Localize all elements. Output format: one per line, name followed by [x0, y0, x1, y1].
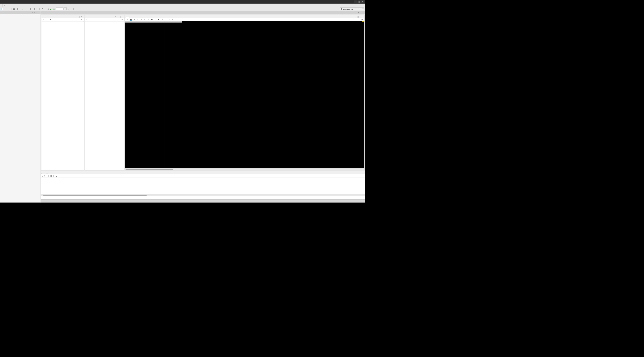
zoom-out-icon[interactable]: ⊖: [136, 18, 139, 21]
minimize-icon[interactable]: —: [117, 16, 118, 18]
prev-marker-icon[interactable]: |←: [164, 18, 167, 21]
search-icon[interactable]: [42, 175, 43, 177]
collapse-icon[interactable]: ≡: [32, 12, 33, 13]
redo-icon[interactable]: →: [8, 7, 11, 10]
quick-access-input[interactable]: [5, 4, 28, 6]
zoom-cursor-icon[interactable]: ⤡: [143, 18, 146, 21]
run-for-unit[interactable]: [64, 7, 67, 10]
save-icon[interactable]: 💾: [130, 18, 132, 21]
col-name[interactable]: [42, 21, 53, 22]
tcl-command-input[interactable]: [41, 196, 365, 199]
maximize-button[interactable]: ▢: [358, 0, 360, 3]
titlebar: — ▢ ✕: [0, 0, 365, 4]
help-icon[interactable]: ?: [115, 16, 116, 18]
help-icon[interactable]: ?: [42, 172, 42, 174]
wave-name-header: [125, 21, 165, 23]
close-button[interactable]: ✕: [361, 0, 364, 3]
wave-h-scrollbar[interactable]: [125, 168, 364, 170]
zoom-fit-icon[interactable]: ⤢: [140, 18, 142, 21]
step-icon[interactable]: ⇥: [67, 7, 70, 10]
console-h-scrollbar[interactable]: [41, 194, 365, 196]
relaunch-icon[interactable]: [72, 7, 75, 10]
tcl-console-panel: ? — ▢ ✕ ⇳ ▾ ▦ ▤ 🗑: [41, 171, 365, 199]
collapse-all-icon[interactable]: ⇳: [46, 18, 48, 21]
scope-panel: — ▢ ✕ ⇳ ▾ ⚙: [42, 15, 84, 170]
layout-select[interactable]: ☰ Default Layout: [340, 7, 364, 10]
help-icon[interactable]: ?: [356, 16, 356, 18]
minimize-icon[interactable]: —: [43, 172, 44, 174]
copy-icon[interactable]: ▦: [12, 7, 16, 10]
maximize-icon[interactable]: ▢: [120, 16, 121, 18]
simulation-header: ? — ✕: [41, 11, 365, 14]
clear-icon[interactable]: ▦: [50, 175, 52, 177]
gear-icon[interactable]: ⚙: [361, 18, 364, 21]
pause-icon[interactable]: [48, 175, 49, 177]
run-for-value[interactable]: [56, 7, 63, 10]
restart-icon[interactable]: [46, 7, 49, 10]
main-toolbar: 📄 ← → ▦ ▤ ▾ ⚙ Σ ✕ ✎ ⇥ ☰ Default L: [0, 7, 365, 11]
close-icon[interactable]: ✕: [46, 172, 48, 174]
menubar: ⌕: [0, 4, 365, 7]
close-icon[interactable]: ✕: [362, 16, 363, 18]
run-icon[interactable]: [21, 7, 24, 10]
gear-icon[interactable]: ⚙: [121, 18, 123, 21]
run-step-icon[interactable]: [53, 7, 56, 10]
gear-icon[interactable]: ⚙: [80, 18, 82, 21]
maximize-icon[interactable]: ▢: [79, 16, 80, 18]
minimize-icon[interactable]: —: [360, 16, 361, 18]
flow-navigator: ≡ ⇅ ? —: [0, 11, 41, 202]
go-start-icon[interactable]: [147, 18, 150, 21]
prev-trans-icon[interactable]: ↤: [154, 18, 156, 21]
run-all-icon[interactable]: [50, 7, 52, 10]
waveform-chart[interactable]: [182, 21, 364, 168]
zoom-in-icon[interactable]: ⊕: [133, 18, 136, 21]
search-icon[interactable]: [126, 18, 129, 21]
hide-icon[interactable]: —: [38, 12, 40, 13]
next-marker-icon[interactable]: →|: [168, 18, 171, 21]
search-icon[interactable]: [42, 18, 45, 21]
col-design[interactable]: [53, 21, 64, 22]
trash-icon[interactable]: 🗑: [56, 175, 57, 177]
col-type[interactable]: [106, 21, 124, 22]
maximize-icon[interactable]: ▢: [45, 172, 46, 174]
close-panel-icon[interactable]: ✕: [362, 11, 364, 13]
close-icon[interactable]: ✕: [122, 16, 123, 18]
add-marker-icon[interactable]: +|: [161, 18, 164, 21]
undo-icon[interactable]: ←: [4, 7, 7, 10]
statusbar: [41, 199, 365, 202]
col-value[interactable]: [96, 21, 106, 22]
pin-icon[interactable]: ⇅: [34, 12, 35, 13]
filter-icon[interactable]: ▾: [46, 175, 47, 177]
maximize-icon[interactable]: ▢: [358, 16, 359, 18]
minimize-panel-icon[interactable]: —: [360, 11, 362, 13]
dropdown-run-icon[interactable]: ▾: [24, 7, 28, 10]
minimize-button[interactable]: —: [354, 0, 357, 3]
tab-waveform[interactable]: [126, 17, 129, 18]
col-name[interactable]: [85, 21, 96, 22]
next-trans-icon[interactable]: ↦: [157, 18, 160, 21]
waveform-panel: ? ▢ — ✕ 💾 ⊕ ⊖ ⤢ ⤡: [125, 15, 364, 170]
minimize-icon[interactable]: —: [77, 16, 78, 18]
help-icon[interactable]: ?: [358, 11, 359, 13]
objects-panel: ? — ▢ ✕ ⚙: [84, 15, 124, 170]
filter-icon[interactable]: ▾: [49, 18, 52, 21]
wave-value-header: [165, 21, 182, 23]
edit-icon[interactable]: ✎: [41, 7, 44, 10]
col-block[interactable]: [64, 21, 84, 22]
save-icon[interactable]: 📄: [1, 7, 4, 10]
time-badge: [362, 21, 364, 22]
go-end-icon[interactable]: [150, 18, 153, 21]
close-icon[interactable]: ✕: [81, 16, 82, 18]
paste-icon[interactable]: ▤: [16, 7, 19, 10]
sigma-icon[interactable]: Σ: [33, 7, 36, 10]
cancel-icon[interactable]: ✕: [38, 7, 41, 10]
toggle-icon[interactable]: ▤: [53, 175, 54, 177]
swap-icon[interactable]: ⇄: [172, 18, 174, 21]
search-icon[interactable]: [86, 18, 88, 21]
help-icon[interactable]: ?: [36, 12, 37, 13]
gear-icon[interactable]: ⚙: [29, 7, 32, 10]
console-output[interactable]: [41, 178, 365, 194]
expand-icon[interactable]: ⇳: [44, 175, 45, 177]
